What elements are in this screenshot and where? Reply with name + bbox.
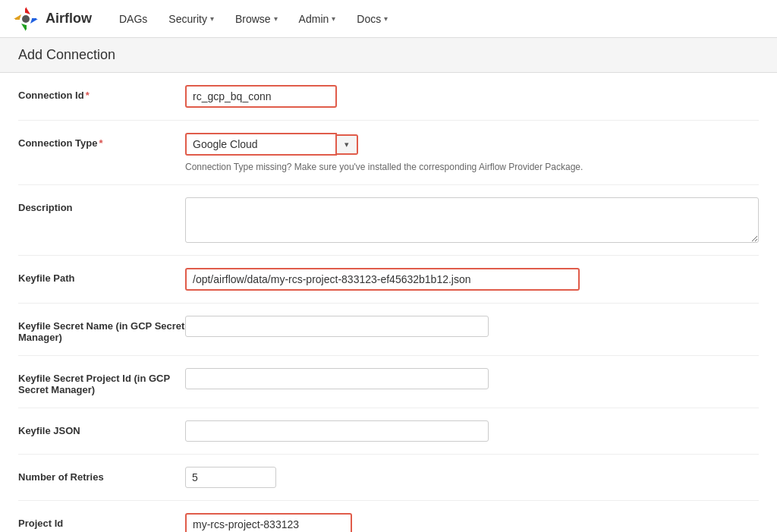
connection-type-input-col: Google Cloud HTTP MySQL Postgres S3 Spar… (185, 133, 759, 172)
connection-type-row: Connection Type* Google Cloud HTTP MySQL… (18, 121, 759, 185)
number-of-retries-input[interactable] (185, 467, 276, 488)
nav-link-security[interactable]: Security ▾ (159, 2, 223, 36)
brand-logo-link[interactable]: Airflow (12, 5, 92, 33)
nav-security-label: Security (168, 13, 207, 25)
number-of-retries-row: Number of Retries (18, 455, 759, 501)
number-of-retries-label: Number of Retries (18, 467, 185, 483)
admin-caret-icon: ▾ (332, 14, 335, 23)
description-row: Description (18, 185, 759, 256)
navbar: Airflow DAGs Security ▾ Browse ▾ Admin ▾ (0, 0, 777, 38)
keyfile-secret-name-row: Keyfile Secret Name (in GCP Secret Manag… (18, 304, 759, 356)
nav-item-admin[interactable]: Admin ▾ (290, 2, 345, 36)
project-id-row: Project Id (18, 501, 759, 532)
keyfile-secret-project-id-input[interactable] (185, 368, 489, 389)
main-nav: DAGs Security ▾ Browse ▾ Admin ▾ Docs ▾ (110, 2, 397, 36)
description-textarea[interactable] (185, 197, 759, 243)
nav-browse-label: Browse (235, 13, 271, 25)
nav-item-docs[interactable]: Docs ▾ (348, 2, 397, 36)
page-header: Add Connection (0, 38, 777, 73)
number-of-retries-input-col (185, 467, 759, 488)
keyfile-secret-project-id-input-col (185, 368, 759, 389)
connection-type-hint: Connection Type missing? Make sure you'v… (185, 162, 759, 172)
browse-caret-icon: ▾ (274, 14, 278, 23)
nav-link-docs[interactable]: Docs ▾ (348, 2, 397, 36)
brand-name: Airflow (46, 11, 92, 27)
main-content: Add Connection Connection Id* Connection… (0, 38, 777, 532)
nav-link-browse[interactable]: Browse ▾ (226, 2, 287, 36)
connection-id-input[interactable] (185, 85, 337, 108)
nav-link-dags[interactable]: DAGs (110, 2, 156, 36)
keyfile-secret-name-input[interactable] (185, 316, 489, 337)
nav-item-browse[interactable]: Browse ▾ (226, 2, 287, 36)
description-input-col (185, 197, 759, 243)
keyfile-secret-project-id-row: Keyfile Secret Project Id (in GCP Secret… (18, 356, 759, 408)
nav-item-dags[interactable]: DAGs (110, 2, 156, 36)
connection-type-label: Connection Type* (18, 133, 185, 149)
project-id-input-col (185, 513, 759, 532)
keyfile-json-input-col (185, 420, 759, 442)
description-label: Description (18, 197, 185, 213)
nav-link-admin[interactable]: Admin ▾ (290, 2, 345, 36)
keyfile-secret-project-id-label: Keyfile Secret Project Id (in GCP Secret… (18, 368, 185, 395)
nav-dags-label: DAGs (119, 13, 147, 25)
connection-id-label: Connection Id* (18, 85, 185, 101)
connection-id-input-col (185, 85, 759, 108)
keyfile-path-input[interactable] (185, 268, 580, 291)
connection-type-select-wrapper: Google Cloud HTTP MySQL Postgres S3 Spar… (185, 133, 382, 156)
nav-item-security[interactable]: Security ▾ (159, 2, 223, 36)
keyfile-json-row: Keyfile JSON (18, 408, 759, 455)
connection-type-dropdown-btn[interactable]: ▾ (337, 134, 358, 155)
connection-type-select[interactable]: Google Cloud HTTP MySQL Postgres S3 Spar… (185, 133, 337, 156)
keyfile-path-row: Keyfile Path (18, 256, 759, 304)
nav-admin-label: Admin (299, 13, 329, 25)
docs-caret-icon: ▾ (384, 14, 388, 23)
airflow-logo-icon (12, 5, 39, 33)
project-id-input[interactable] (185, 513, 352, 532)
keyfile-path-label: Keyfile Path (18, 268, 185, 284)
svg-point-0 (22, 15, 30, 23)
keyfile-secret-name-input-col (185, 316, 759, 337)
keyfile-path-input-col (185, 268, 759, 291)
nav-docs-label: Docs (357, 13, 381, 25)
connection-id-row: Connection Id* (18, 73, 759, 121)
keyfile-json-label: Keyfile JSON (18, 420, 185, 436)
security-caret-icon: ▾ (210, 14, 214, 23)
connection-id-required: * (86, 90, 90, 101)
keyfile-secret-name-label: Keyfile Secret Name (in GCP Secret Manag… (18, 316, 185, 343)
connection-type-required: * (99, 137, 102, 149)
add-connection-form: Connection Id* Connection Type* Google C… (0, 73, 777, 532)
keyfile-json-input[interactable] (185, 420, 489, 442)
project-id-label: Project Id (18, 513, 185, 529)
page-title: Add Connection (18, 47, 759, 63)
